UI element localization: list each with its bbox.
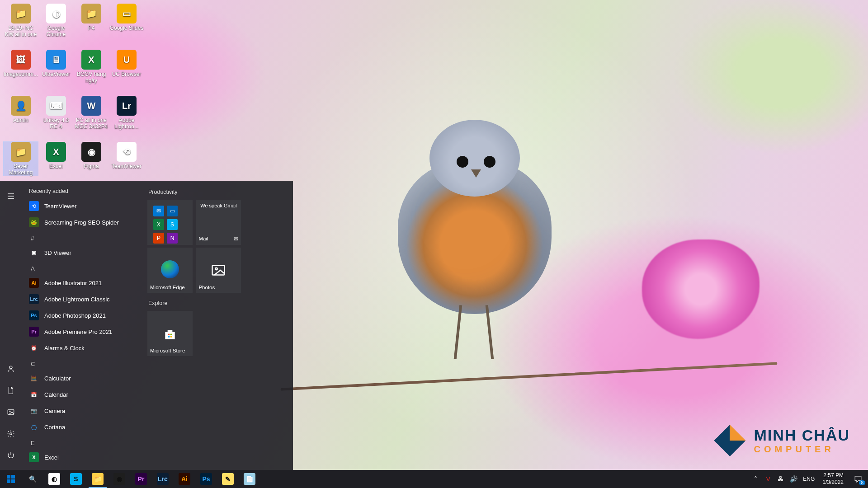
lrc-icon: Lrc (157, 473, 169, 485)
desktop-icon-label: UltraViewer (39, 71, 73, 77)
start-app-row[interactable]: AiAdobe Illustrator 2021 (28, 275, 142, 291)
taskbar-spacer (260, 470, 749, 488)
start-pictures-button[interactable] (0, 401, 22, 423)
start-app-row[interactable]: ◯Cortana (28, 419, 142, 435)
start-app-label: Excel (44, 454, 59, 461)
desktop-icon-imagecomm[interactable]: 🖼Imagecomm... (4, 50, 38, 77)
taskbar-premiere-button[interactable]: Pr (130, 470, 152, 488)
start-documents-button[interactable] (0, 380, 22, 401)
tile-edge[interactable]: Microsoft Edge (147, 248, 193, 293)
start-app-label: Adobe Illustrator 2021 (44, 280, 102, 286)
edge-icon (161, 260, 179, 278)
taskbar-explorer-button[interactable]: 📁 (87, 470, 108, 488)
diamond-icon (714, 425, 745, 456)
svg-rect-8 (168, 336, 170, 337)
hamburger-icon (7, 192, 14, 200)
taskbar-figma-button[interactable]: ◉ (108, 470, 130, 488)
desktop-icon-ucbrowser[interactable]: UUC Browser (109, 50, 144, 77)
desktop-icon-lrc[interactable]: LrAdobe Lightroo... (109, 96, 144, 130)
taskbar-notepad-button[interactable]: 📄 (239, 470, 260, 488)
desktop-icon-nc-kw[interactable]: 📁18-19- NC KW all in one (4, 4, 38, 38)
tray-network-icon[interactable]: 🖧 (774, 470, 787, 488)
chrome-icon: ◐ (46, 4, 66, 23)
svg-point-0 (9, 366, 12, 369)
taskbar-start-button[interactable] (0, 470, 22, 488)
taskbar-ps-button[interactable]: Ps (195, 470, 217, 488)
start-menu: Recently added⟲TeamViewer🐸Screaming Frog… (0, 181, 293, 470)
desktop-icon-bggv[interactable]: XBGGV hàng ngày (74, 50, 108, 84)
app-icon: ⟲ (29, 201, 39, 211)
ultraviewer-icon: 🖥 (46, 50, 66, 70)
start-power-button[interactable] (0, 445, 22, 466)
desktop-icon-teamviewer[interactable]: ⟲TeamViewer (109, 142, 144, 169)
desktop-icon-pcallinone[interactable]: WPC all in one MGC 3432P4 (74, 96, 108, 130)
start-app-row[interactable]: 📷Camera (28, 403, 142, 419)
ai-icon: Ai (179, 473, 190, 485)
start-app-row[interactable]: PrAdobe Premiere Pro 2021 (28, 324, 142, 340)
app-icon: 📷 (29, 406, 39, 416)
tile-app-folder[interactable]: ✉▭XSPN (147, 200, 193, 245)
start-letter-header[interactable]: E (31, 440, 142, 446)
start-app-row[interactable]: PsAdobe Photoshop 2021 (28, 307, 142, 324)
start-app-row[interactable]: 🧮Calculator (28, 370, 142, 386)
tile-group-productivity[interactable]: Productivity (148, 189, 287, 195)
start-settings-button[interactable] (0, 423, 22, 445)
desktop-icon-label: Unikey 4.3 RC 4 (39, 117, 73, 130)
start-expand-button[interactable] (0, 185, 22, 207)
app-icon: Lrc (29, 294, 39, 304)
lrc-icon: Lr (117, 96, 137, 116)
taskbar-chrome-button[interactable]: ◐ (43, 470, 65, 488)
desktop-icon-figma[interactable]: ◉Figma (74, 142, 108, 169)
start-tiles: Productivity ✉▭XSPN We speak Gmail Mail … (144, 181, 293, 470)
start-app-row[interactable]: ▣3D Viewer (28, 244, 142, 261)
tray-chevron-icon[interactable]: ˄ (749, 470, 762, 488)
taskbar-sticky-button[interactable]: ✎ (217, 470, 239, 488)
desktop-icon-sever-mkt[interactable]: 📁Sever Marketing (4, 142, 38, 176)
tray-unikey-icon[interactable]: V (762, 470, 774, 488)
desktop-icon-ultraviewer[interactable]: 🖥UltraViewer (39, 50, 73, 77)
tile-store[interactable]: Microsoft Store (147, 311, 193, 356)
figma-icon: ◉ (81, 142, 101, 162)
start-letter-header[interactable]: # (31, 235, 142, 242)
start-account-button[interactable] (0, 358, 22, 380)
taskbar-lrc-button[interactable]: Lrc (152, 470, 174, 488)
taskbar-clock[interactable]: 2:57 PM 1/3/2022 (818, 470, 848, 488)
tile-edge-label: Microsoft Edge (150, 285, 185, 290)
desktop-icon-label: Imagecomm... (4, 71, 38, 77)
tile-photos[interactable]: Photos (196, 248, 241, 293)
clock-time: 2:57 PM (822, 472, 844, 479)
svg-rect-7 (170, 334, 172, 335)
desktop-icon-admin[interactable]: 👤Admin (4, 96, 38, 123)
start-app-row[interactable]: 📅Calendar (28, 386, 142, 403)
desktop-icon-label: 18-19- NC KW all in one (4, 25, 38, 38)
start-letter-header[interactable]: A (31, 265, 142, 272)
tray-language[interactable]: ENG (800, 470, 818, 488)
desktop-icon-unikey[interactable]: ⌨Unikey 4.3 RC 4 (39, 96, 73, 130)
app-icon: Ps (29, 310, 39, 320)
desktop-icon-gslides[interactable]: ▭Google Slides (109, 4, 144, 31)
tile-mail[interactable]: We speak Gmail Mail ✉ (196, 200, 241, 245)
start-app-list[interactable]: Recently added⟲TeamViewer🐸Screaming Frog… (22, 181, 144, 470)
desktop-icon-label: Figma (74, 163, 108, 169)
store-icon (163, 327, 177, 342)
taskbar-ai-button[interactable]: Ai (174, 470, 195, 488)
start-app-row[interactable]: ⏰Alarms & Clock (28, 340, 142, 356)
premiere-icon: Pr (135, 473, 147, 485)
start-app-row[interactable]: LrcAdobe Lightroom Classic (28, 291, 142, 307)
taskbar-search-button[interactable]: 🔍 (22, 470, 43, 488)
desktop-icon-p4[interactable]: 📁P4 (74, 4, 108, 31)
photos-icon (210, 262, 226, 278)
desktop-icon-excel[interactable]: XExcel (39, 142, 73, 169)
start-recent-0[interactable]: ⟲TeamViewer (28, 198, 142, 214)
tray-volume-icon[interactable]: 🔊 (787, 470, 800, 488)
desktop-icon-label: Sever Marketing (4, 163, 38, 176)
tile-group-explore[interactable]: Explore (148, 300, 287, 306)
desktop-icon-label: Adobe Lightroo... (109, 117, 144, 130)
start-letter-header[interactable]: C (31, 361, 142, 367)
start-app-row[interactable]: XExcel (28, 449, 142, 465)
action-center-button[interactable]: 8 (848, 470, 868, 488)
taskbar-skype-button[interactable]: S (65, 470, 87, 488)
desktop-icon-chrome[interactable]: ◐Google Chrome (39, 4, 73, 38)
start-recent-1[interactable]: 🐸Screaming Frog SEO Spider (28, 214, 142, 230)
explorer-icon: 📁 (92, 473, 104, 485)
